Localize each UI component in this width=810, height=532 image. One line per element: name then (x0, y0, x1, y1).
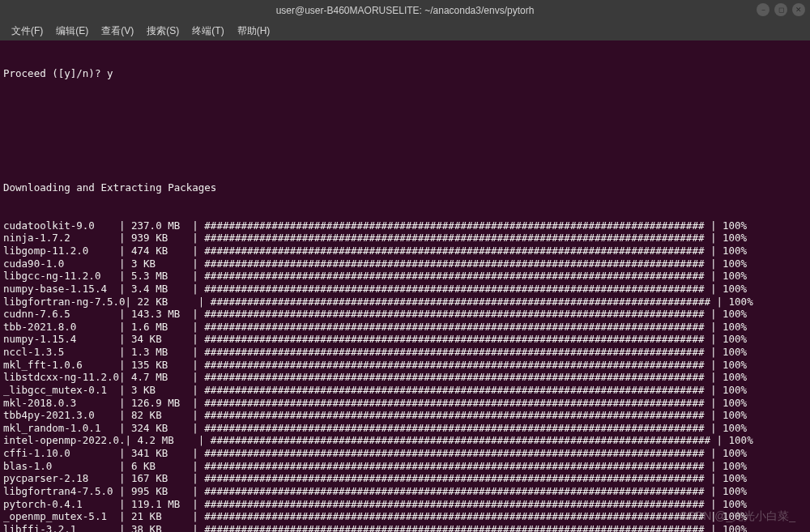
terminal-window: user@user-B460MAORUSELITE: ~/anaconda3/e… (0, 0, 810, 532)
package-row: mkl_random-1.0.1 | 324 KB | ############… (3, 422, 807, 435)
package-row: cuda90-1.0 | 3 KB | ####################… (3, 257, 807, 270)
proceed-line: Proceed ([y]/n)? y (3, 67, 807, 80)
package-row: numpy-1.15.4 | 34 KB | #################… (3, 333, 807, 346)
package-row: libffi-3.2.1 | 38 KB | #################… (3, 523, 807, 532)
package-row: libgfortran4-7.5.0 | 995 KB | ##########… (3, 485, 807, 498)
package-row: libgfortran-ng-7.5.0| 22 KB | ##########… (3, 296, 807, 309)
menu-file[interactable]: 文件(F) (5, 24, 49, 38)
package-row: tbb-2021.8.0 | 1.6 MB | ################… (3, 321, 807, 334)
package-row: cffi-1.10.0 | 341 KB | #################… (3, 447, 807, 460)
package-row: cudnn-7.6.5 | 143.3 MB | ###############… (3, 308, 807, 321)
package-row: blas-1.0 | 6 KB | ######################… (3, 460, 807, 473)
package-row: nccl-1.3.5 | 1.3 MB | ##################… (3, 346, 807, 359)
titlebar[interactable]: user@user-B460MAORUSELITE: ~/anaconda3/e… (0, 0, 810, 21)
close-icon[interactable]: ✕ (792, 3, 805, 16)
package-row: libgomp-11.2.0 | 474 KB | ##############… (3, 245, 807, 257)
minimize-icon[interactable]: － (757, 3, 770, 16)
package-list: cudatoolkit-9.0 | 237.0 MB | ###########… (3, 219, 807, 532)
window-title: user@user-B460MAORUSELITE: ~/anaconda3/e… (276, 5, 535, 16)
maximize-icon[interactable]: ◻ (774, 3, 787, 16)
package-row: libgcc-ng-11.2.0 | 5.3 MB | ############… (3, 270, 807, 283)
menu-edit[interactable]: 编辑(E) (49, 24, 95, 38)
package-row: numpy-base-1.15.4 | 3.4 MB | ###########… (3, 283, 807, 296)
blank-line (3, 143, 807, 156)
menu-search[interactable]: 搜索(S) (140, 24, 185, 38)
package-row: pycparser-2.18 | 167 KB | ##############… (3, 472, 807, 485)
package-row: libstdcxx-ng-11.2.0| 4.7 MB | ##########… (3, 371, 807, 384)
terminal-output[interactable]: Proceed ([y]/n)? y Downloading and Extra… (0, 40, 810, 532)
download-header: Downloading and Extracting Packages (3, 181, 807, 194)
package-row: ninja-1.7.2 | 939 KB | #################… (3, 232, 807, 245)
blank-line (3, 105, 807, 118)
package-row: _libgcc_mutex-0.1 | 3 KB | #############… (3, 384, 807, 397)
menu-help[interactable]: 帮助(H) (231, 24, 277, 38)
package-row: mkl_fft-1.0.6 | 135 KB | ###############… (3, 359, 807, 372)
package-row: cudatoolkit-9.0 | 237.0 MB | ###########… (3, 219, 807, 232)
package-row: pytorch-0.4.1 | 119.1 MB | #############… (3, 498, 807, 511)
menu-view[interactable]: 查看(V) (95, 24, 140, 38)
menubar: 文件(F) 编辑(E) 查看(V) 搜索(S) 终端(T) 帮助(H) (0, 21, 810, 40)
window-controls: － ◻ ✕ (757, 3, 805, 16)
menu-terminal[interactable]: 终端(T) (185, 24, 230, 38)
package-row: mkl-2018.0.3 | 126.9 MB | ##############… (3, 397, 807, 410)
package-row: tbb4py-2021.3.0 | 82 KB | ##############… (3, 409, 807, 422)
package-row: intel-openmp-2022.0.| 4.2 MB | #########… (3, 434, 807, 447)
package-row: _openmp_mutex-5.1 | 21 KB | ############… (3, 510, 807, 523)
